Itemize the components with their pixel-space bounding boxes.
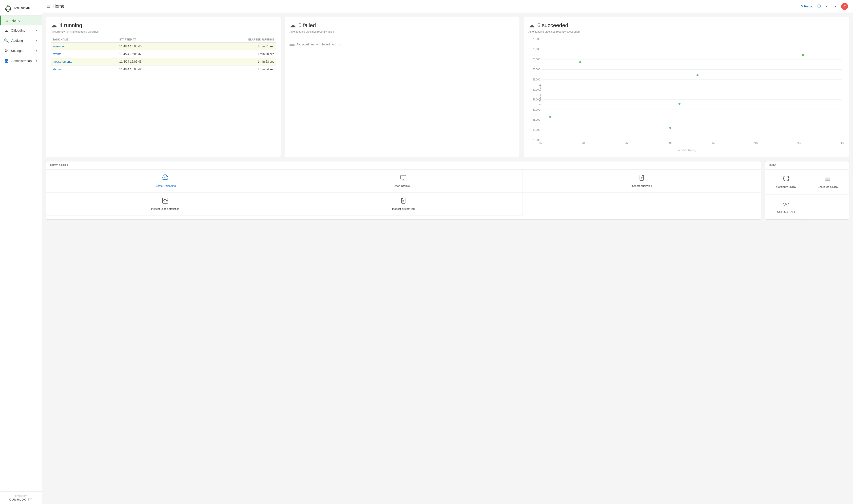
topbar-right: ↻ Reload ⓘ ⋮⋮⋮ C	[800, 3, 848, 10]
svg-point-4	[8, 5, 10, 6]
x-axis-tick-label: 450	[797, 142, 801, 144]
x-axis-tick-label: 150	[539, 142, 543, 144]
elapsed-cell: 1 min 53 sec	[192, 58, 276, 66]
lines-icon	[824, 176, 831, 183]
table-row: alarms 11/4/24 15:05:42 1 min 54 sec	[51, 66, 276, 73]
next-step-item-inspect-usage[interactable]: Inspect usage statistics	[46, 193, 284, 215]
powered-by-label: powered by	[15, 494, 26, 497]
y-grid-line	[541, 130, 842, 130]
x-axis-tick-label: 500	[840, 142, 844, 144]
sidebar-item-settings[interactable]: ⚙ Settings ▼	[0, 46, 42, 56]
content-area: ☁ 4 running All currently running offloa…	[42, 13, 853, 504]
user-avatar[interactable]: C	[841, 3, 848, 10]
svg-rect-5	[401, 175, 406, 179]
menu-lines-icon: ☰	[47, 4, 50, 8]
info-card: INFO Configure JDBC Configure ODBC Use R…	[765, 161, 849, 220]
next-step-item-inspect-system[interactable]: Inspect system log	[284, 193, 523, 215]
stats-cards-row: ☁ 4 running All currently running offloa…	[46, 17, 849, 157]
sidebar-item-home-label: Home	[12, 19, 20, 22]
info-item-configure-jdbc[interactable]: Configure JDBC	[765, 169, 807, 195]
next-steps-card: NEXT STEPS Create Offloading Open Dremio…	[46, 161, 761, 220]
topbar-left: ☰ Home	[47, 4, 65, 9]
info-item-configure-odbc[interactable]: Configure ODBC	[807, 169, 849, 195]
reload-button[interactable]: ↻ Reload	[800, 4, 814, 8]
task-name-cell[interactable]: events	[51, 50, 117, 58]
cloud-upload-icon	[162, 175, 168, 182]
y-grid-line	[541, 59, 842, 59]
administration-icon: 👤	[4, 58, 9, 63]
info-item-label: Configure JDBC	[776, 185, 796, 188]
succeeded-card-header: ☁ 6 succeeded	[528, 21, 845, 29]
sidebar-item-offloading-label: Offloading	[11, 29, 25, 32]
y-axis-tick-label: 60,000	[533, 68, 540, 71]
failed-count: 0 failed	[298, 22, 316, 29]
scatter-dot	[579, 61, 581, 63]
y-grid-line	[541, 69, 842, 70]
y-axis-tick-label: 70,000	[533, 48, 540, 50]
sidebar-item-auditing[interactable]: 🔍 Auditing ▼	[0, 36, 42, 46]
svg-point-18	[785, 203, 787, 204]
grid-icon[interactable]: ⋮⋮⋮	[824, 4, 838, 9]
app-name: DATAHUB	[14, 6, 31, 10]
sidebar-item-administration[interactable]: 👤 Administration ▼	[0, 56, 42, 66]
help-icon[interactable]: ⓘ	[817, 4, 821, 9]
table-row: measurements 11/4/24 15:05:43 1 min 53 s…	[51, 58, 276, 66]
y-axis-tick-label: 75,000	[533, 38, 540, 40]
next-step-item-inspect-query[interactable]: Inspect query log	[523, 169, 761, 193]
next-step-label: Inspect usage statistics	[151, 207, 179, 210]
pipeline-icon: ▬	[290, 41, 294, 47]
scatter-chart: 75,00070,00065,00060,00055,00050,00045,0…	[528, 37, 845, 152]
svg-point-10	[164, 199, 167, 202]
info-item-label: Use REST API	[777, 210, 795, 213]
started-at-cell: 11/4/24 15:05:43	[117, 58, 192, 66]
started-at-cell: 11/4/24 15:05:37	[117, 50, 192, 58]
task-name-cell[interactable]: inventory	[51, 43, 117, 50]
sidebar-item-offloading[interactable]: ☁ Offloading ▼	[0, 25, 42, 36]
running-count: 4 running	[59, 22, 82, 29]
y-grid-line	[541, 90, 842, 90]
chart-plot-area: 75,00070,00065,00060,00055,00050,00045,0…	[541, 39, 842, 140]
running-table: TASK NAME STARTED AT ELAPSED RUNTIME inv…	[51, 37, 276, 73]
y-axis-label: # offloaded records	[539, 84, 542, 105]
col-started-at: STARTED AT	[117, 37, 192, 43]
next-step-item-open-dremio[interactable]: Open Dremio UI	[284, 169, 523, 193]
y-grid-line	[541, 120, 842, 120]
next-step-label: Inspect system log	[392, 207, 415, 210]
sidebar-item-settings-label: Settings	[11, 49, 22, 53]
offloading-icon: ☁	[4, 28, 8, 33]
y-grid-line	[541, 39, 842, 39]
cloud-running-icon: ☁	[51, 21, 57, 29]
app-logo[interactable]: DATAHUB	[0, 0, 42, 16]
y-axis-tick-label: 65,000	[533, 58, 540, 60]
col-elapsed: ELAPSED RUNTIME	[192, 37, 276, 43]
y-axis-tick-label: 55,000	[533, 78, 540, 81]
info-grid: Configure JDBC Configure ODBC Use REST A…	[765, 169, 849, 219]
started-at-cell: 11/4/24 15:05:42	[117, 66, 192, 73]
info-header: INFO	[765, 161, 849, 169]
table-row: inventory 11/4/24 15:05:45 1 min 51 sec	[51, 43, 276, 50]
no-data-message: No pipelines with failed last run.	[297, 42, 342, 46]
next-step-label: Create Offloading	[155, 184, 176, 187]
brand-label: CUMULOCITY	[10, 498, 32, 501]
scatter-dot	[678, 103, 680, 105]
elapsed-cell: 1 min 54 sec	[192, 66, 276, 73]
chevron-down-icon-3: ▼	[35, 49, 38, 52]
y-grid-line	[541, 100, 842, 100]
elapsed-cell: 1 min 51 sec	[192, 43, 276, 50]
sidebar-item-home[interactable]: ⌂ Home	[0, 16, 42, 25]
next-step-item-create-offloading[interactable]: Create Offloading	[46, 169, 284, 193]
running-subtitle: All currently running offloading pipelin…	[51, 30, 276, 33]
sidebar: DATAHUB ⌂ Home ☁ Offloading ▼ 🔍 Auditing…	[0, 0, 42, 504]
main-content: ☰ Home ↻ Reload ⓘ ⋮⋮⋮ C ☁ 4 running All …	[42, 0, 853, 504]
y-grid-line	[541, 140, 842, 140]
x-axis-tick-label: 250	[625, 142, 629, 144]
info-item-use-rest-api[interactable]: Use REST API	[765, 195, 807, 219]
auditing-icon: 🔍	[4, 38, 9, 43]
next-step-label: Inspect query log	[631, 184, 652, 187]
task-name-cell[interactable]: alarms	[51, 66, 117, 73]
task-name-cell[interactable]: measurements	[51, 58, 117, 66]
scatter-dot	[696, 74, 698, 76]
api-gear-icon	[783, 200, 789, 208]
braces-icon	[783, 176, 789, 183]
succeeded-subtitle: All offloading pipelines recently succee…	[528, 30, 845, 33]
